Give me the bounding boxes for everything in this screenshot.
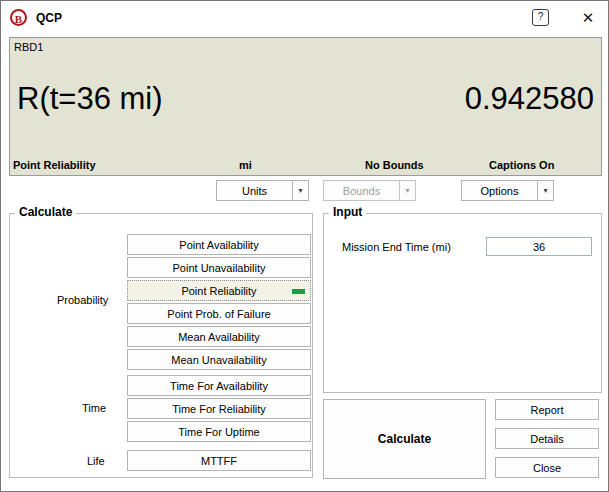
calculate-button[interactable]: Calculate [323,399,486,479]
report-button[interactable]: Report [495,399,599,420]
app-logo-icon: B [10,9,27,26]
metric-caption: Point Reliability [13,159,96,171]
help-icon[interactable]: ? [532,9,549,26]
input-groupbox: Input Mission End Time (mi) [323,213,602,393]
time-for-availability-button[interactable]: Time For Availability [127,375,311,396]
bounds-button: Bounds [323,180,400,201]
time-for-uptime-button[interactable]: Time For Uptime [127,421,311,442]
result-value: 0.942580 [465,80,594,118]
mttff-button[interactable]: MTTFF [127,450,311,471]
mission-end-time-input[interactable] [486,237,592,256]
close-button[interactable]: Close [495,457,599,478]
options-button[interactable]: Options [461,180,538,201]
details-button[interactable]: Details [495,428,599,449]
options-dropdown-arrow-icon[interactable]: ▾ [537,180,554,201]
captions-caption: Captions On [489,159,554,171]
result-row: R(t=36 mi) 0.942580 [17,80,594,118]
point-reliability-button[interactable]: Point Reliability [127,280,311,301]
mean-unavailability-button[interactable]: Mean Unavailability [127,349,311,370]
input-groupbox-title: Input [329,205,366,219]
time-category-label: Time [82,402,106,414]
model-name: RBD1 [14,41,43,53]
units-button[interactable]: Units [216,180,293,201]
qcp-window: B QCP ? ✕ RBD1 R(t=36 mi) 0.942580 Point… [0,0,609,492]
calculate-groupbox: Calculate Probability Time Life Point Av… [9,213,313,478]
probability-category-label: Probability [57,294,108,306]
units-caption: mi [239,159,252,171]
close-icon[interactable]: ✕ [577,10,599,25]
point-prob-of-failure-button[interactable]: Point Prob. of Failure [127,303,311,324]
life-category-label: Life [87,455,105,467]
selected-indicator [292,289,305,294]
units-dropdown-arrow-icon[interactable]: ▾ [292,180,309,201]
bounds-dropdown-arrow-icon: ▾ [399,180,416,201]
point-unavailability-button[interactable]: Point Unavailability [127,257,311,278]
point-availability-button[interactable]: Point Availability [127,234,311,255]
window-title: QCP [36,11,62,25]
bounds-caption: No Bounds [365,159,424,171]
mission-end-time-label: Mission End Time (mi) [342,241,451,253]
result-display-panel: RBD1 R(t=36 mi) 0.942580 Point Reliabili… [9,37,602,176]
title-bar: B QCP ? ✕ [1,1,608,34]
time-for-reliability-button[interactable]: Time For Reliability [127,398,311,419]
calculate-groupbox-title: Calculate [15,205,76,219]
result-expression: R(t=36 mi) [17,80,163,118]
point-reliability-label: Point Reliability [181,285,256,297]
mean-availability-button[interactable]: Mean Availability [127,326,311,347]
